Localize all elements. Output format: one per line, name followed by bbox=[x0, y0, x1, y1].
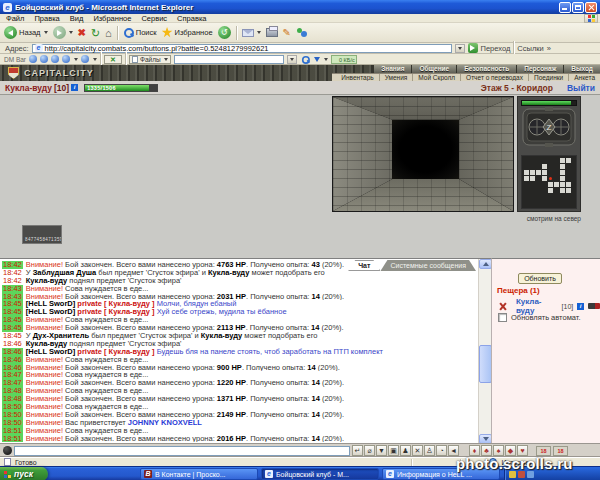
attack-icon[interactable] bbox=[498, 302, 508, 311]
messenger-button[interactable] bbox=[296, 27, 308, 38]
walk-figure-icon[interactable]: ♙ bbox=[424, 445, 435, 456]
menu-help[interactable]: Справка bbox=[177, 14, 206, 23]
nav-tab-character[interactable]: Персонаж bbox=[516, 65, 563, 73]
go-label[interactable]: Переход bbox=[481, 44, 511, 53]
menu-file[interactable]: Файл bbox=[6, 14, 24, 23]
nav-transfers[interactable]: Отчет о переводах bbox=[461, 74, 529, 82]
start-button[interactable]: пуск bbox=[0, 467, 48, 480]
document-icon bbox=[132, 56, 138, 63]
chat-scrollbar[interactable] bbox=[478, 259, 491, 444]
nav-tab-knowledge[interactable]: Знания bbox=[373, 65, 411, 73]
dm-download-icon[interactable] bbox=[314, 57, 320, 62]
dm-globe-icon-4[interactable] bbox=[62, 55, 70, 63]
chat-message: 18:50Внимание! Бой закончен. Всего вами … bbox=[2, 411, 477, 419]
address-label: Адрес: bbox=[5, 44, 29, 53]
chat-message: 18:45Внимание! Бой закончен. Всего вами … bbox=[2, 324, 477, 332]
refresh-button[interactable]: ↻ bbox=[91, 28, 100, 38]
minimap-cell bbox=[524, 170, 529, 175]
chat-clock-1[interactable]: 18 bbox=[536, 446, 551, 456]
messenger-icon bbox=[296, 27, 308, 38]
chat-message-input[interactable] bbox=[14, 446, 350, 456]
dm-globe-icon-5[interactable] bbox=[81, 55, 89, 63]
address-input[interactable]: e http://capitalcity.combats.com/buttons… bbox=[32, 44, 452, 53]
dm-search-input[interactable] bbox=[174, 55, 284, 64]
mailru-counter-badge[interactable]: 84774584713593 mail.ru 40965 bbox=[22, 225, 62, 244]
player-hp-value: 1335/1506 bbox=[87, 85, 116, 92]
menu-favorites[interactable]: Избранное bbox=[93, 14, 131, 23]
address-url: http://capitalcity.combats.com/buttons.p… bbox=[45, 44, 269, 53]
player-status-bar: Кукла-вуду [10] i 1335/1506 Этаж 5 - Кор… bbox=[0, 81, 600, 95]
timer-icon[interactable]: ◔ bbox=[436, 445, 447, 456]
back-button[interactable]: Назад bbox=[4, 26, 48, 39]
exit-link[interactable]: Выйти bbox=[567, 83, 595, 93]
menu-tools[interactable]: Сервис bbox=[141, 14, 167, 23]
enter-icon[interactable]: ↵ bbox=[352, 445, 363, 456]
chat-clock-2[interactable]: 18 bbox=[553, 446, 568, 456]
tab-system-messages[interactable]: Системные сообщения bbox=[380, 260, 476, 271]
nav-inventory[interactable]: Инвентарь bbox=[336, 74, 379, 82]
menu-edit[interactable]: Правка bbox=[34, 14, 59, 23]
afk-figure-icon[interactable]: ♟ bbox=[400, 445, 411, 456]
dm-close-button[interactable]: ✕ bbox=[104, 55, 122, 64]
chat-message: 18:45[HeLL SworD] private [ Кукла-вуду ]… bbox=[2, 308, 477, 316]
refresh-button-game[interactable]: Обновить bbox=[518, 273, 562, 284]
search-button[interactable]: Поиск bbox=[123, 27, 157, 38]
player-name[interactable]: Кукла-вуду bbox=[5, 83, 52, 93]
minimap-cell bbox=[530, 176, 535, 181]
screen-icon[interactable]: ▣ bbox=[388, 445, 399, 456]
minimize-button[interactable] bbox=[559, 2, 571, 13]
history-button[interactable]: ↺ bbox=[218, 26, 231, 39]
minimap-cell bbox=[542, 170, 547, 175]
nav-skills[interactable]: Умения bbox=[380, 74, 414, 82]
links-chevron[interactable]: » bbox=[547, 44, 551, 53]
close-button[interactable] bbox=[585, 2, 597, 13]
windows-flag-icon bbox=[4, 471, 11, 478]
minimap-cell bbox=[560, 158, 565, 163]
ban-icon[interactable]: ✕ bbox=[412, 445, 423, 456]
nav-tab-communication[interactable]: Общение bbox=[411, 65, 456, 73]
tab-chat[interactable]: Чат bbox=[348, 260, 380, 271]
auto-update-row: Обновлять автомат. bbox=[498, 313, 580, 322]
smiley-picker-icon[interactable] bbox=[3, 446, 12, 455]
favorites-button[interactable]: Избранное bbox=[162, 27, 213, 38]
nav-duels[interactable]: Поединки bbox=[529, 74, 569, 82]
go-icon[interactable] bbox=[468, 43, 478, 53]
address-dropdown[interactable] bbox=[455, 44, 465, 53]
game-banner: CAPITALCITY Знания Общение Безопасность … bbox=[0, 65, 600, 81]
dm-input-dropdown[interactable] bbox=[287, 55, 297, 64]
dm-globe-icon-1[interactable] bbox=[29, 55, 37, 63]
back-icon bbox=[4, 26, 17, 39]
links-label[interactable]: Ссылки bbox=[517, 44, 543, 53]
chat-tabs: Чат Системные сообщения bbox=[348, 260, 476, 271]
window-title: Бойцовский клуб - Microsoft Internet Exp… bbox=[15, 3, 193, 12]
home-button[interactable]: ⌂ bbox=[105, 28, 112, 38]
compass-device-icon[interactable]: Z bbox=[521, 106, 577, 148]
auto-update-checkbox[interactable] bbox=[498, 313, 507, 322]
filter-icon[interactable]: ▼ bbox=[376, 445, 387, 456]
edit-button[interactable]: ✎ bbox=[283, 28, 291, 38]
dm-files-dropdown[interactable]: Файлы bbox=[129, 55, 171, 64]
dm-globe-icon-2[interactable] bbox=[40, 55, 48, 63]
print-button[interactable] bbox=[266, 28, 278, 37]
occupant-info-icon[interactable]: i bbox=[577, 303, 584, 310]
dm-search-icon[interactable] bbox=[301, 55, 310, 64]
mail-button[interactable] bbox=[242, 29, 261, 37]
stop-button[interactable]: ✖ bbox=[78, 28, 86, 38]
dm-files-label: Файлы bbox=[140, 56, 161, 63]
nav-profile[interactable]: Анкета bbox=[569, 74, 600, 82]
dm-globe-icon-3[interactable] bbox=[51, 55, 59, 63]
player-info-icon[interactable]: i bbox=[71, 84, 78, 91]
status-ready: Готово bbox=[15, 459, 37, 466]
nav-scroll[interactable]: Мой Скролл bbox=[413, 74, 461, 82]
taskbar-task-vkontakte[interactable]: B В Контакте | Проско... bbox=[140, 468, 258, 480]
forward-button[interactable] bbox=[53, 26, 73, 39]
eraser-icon[interactable]: ⌀ bbox=[364, 445, 375, 456]
chat-message: 18:48Внимание! Сова нуждается в еде... bbox=[2, 387, 477, 395]
taskbar-task-fight-club[interactable]: e Бойцовский клуб - М... bbox=[261, 468, 379, 480]
refresh-icon: ↻ bbox=[91, 28, 100, 38]
menu-view[interactable]: Вид bbox=[70, 14, 84, 23]
restore-button[interactable] bbox=[572, 2, 584, 13]
printer-icon bbox=[266, 28, 278, 37]
nav-tab-exit[interactable]: Выход bbox=[563, 65, 600, 73]
nav-tab-security[interactable]: Безопасность bbox=[456, 65, 516, 73]
